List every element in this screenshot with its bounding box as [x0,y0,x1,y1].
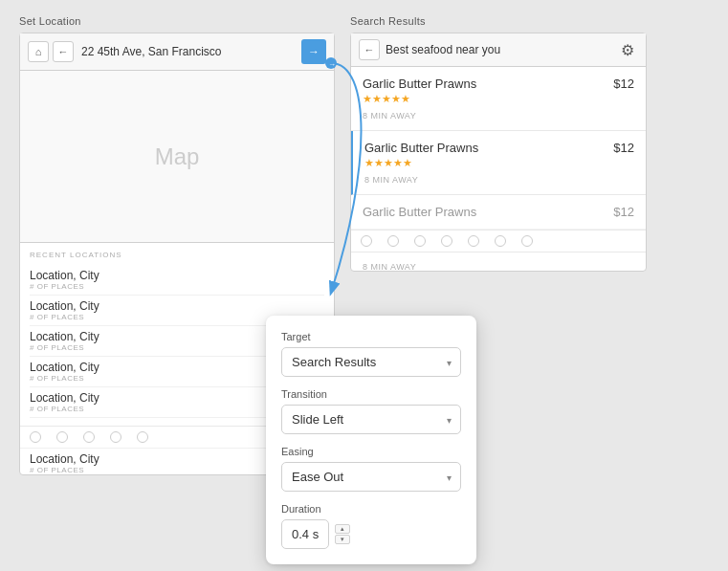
map-label: Map [155,143,200,170]
duration-label: Duration [281,503,461,515]
right-tab-dot-4[interactable] [441,235,452,247]
location-sub: # OF PLACES [30,282,324,291]
result-item-2[interactable]: Garlic Butter Prawns $12 ★★★★★ 8 MIN AWA… [351,131,646,195]
result-item-3[interactable]: Garlic Butter Prawns $12 [351,195,646,230]
result-stars-1: ★★★★★ [363,93,634,105]
filter-icon: ⚙ [621,41,634,59]
right-tab-dot-2[interactable] [387,235,399,247]
transition-select-wrapper: Slide Left Slide Right Fade Push ▾ [281,405,461,434]
home-button[interactable]: ⌂ [28,41,49,62]
tab-dot-3[interactable] [83,431,95,443]
right-panel: ← ⚙ Garlic Butter Prawns $12 ★★★★★ 8 MIN… [350,33,647,272]
result-top-1: Garlic Butter Prawns $12 [363,77,634,91]
right-tab-dot-6[interactable] [495,235,506,247]
result-distance-1: 8 MIN AWAY [363,111,634,121]
search-input[interactable] [386,43,611,56]
result-top-2: Garlic Butter Prawns $12 [364,141,634,155]
back-button[interactable]: ← [53,41,74,62]
result-name-2: Garlic Butter Prawns [364,141,478,155]
tab-dot-2[interactable] [56,431,68,443]
easing-select-wrapper: Ease Out Ease In Ease In Out Linear ▾ [281,462,461,492]
transition-label: Transition [281,388,461,400]
search-header: ← ⚙ [351,33,646,67]
tab-dot-1[interactable] [30,431,41,443]
duration-increment-button[interactable]: ▴ [335,524,350,534]
result-stars-2: ★★★★★ [364,157,634,169]
connector-arrow: → [323,54,381,302]
address-input[interactable] [77,43,298,60]
target-label: Target [281,331,461,342]
left-panel-header: ⌂ ← → [20,33,334,71]
target-select-wrapper: Search Results Set Location Map View ▾ [281,347,461,377]
result-price-3: $12 [613,205,634,219]
partial-distance: 8 MIN AWAY [351,252,646,271]
duration-field: Duration 0.4 s ▴ ▾ [281,503,461,549]
right-tab-dot-7[interactable] [521,235,533,247]
left-panel-title: Set Location [19,15,335,27]
right-panel-title: Search Results [350,15,647,27]
map-area: Map [20,71,334,243]
result-top-3: Garlic Butter Prawns $12 [363,205,634,219]
tab-dot-4[interactable] [110,431,121,443]
transition-popup: Target Search Results Set Location Map V… [266,316,476,564]
right-tab-dot-3[interactable] [414,235,426,247]
location-name: Location, City [30,269,324,282]
transition-select[interactable]: Slide Left Slide Right Fade Push [281,405,461,434]
easing-label: Easing [281,446,461,457]
result-distance-2: 8 MIN AWAY [364,175,634,185]
duration-value: 0.4 s [281,519,329,549]
partial-distance-label: 8 MIN AWAY [363,262,634,271]
easing-field: Easing Ease Out Ease In Ease In Out Line… [281,446,461,492]
list-item[interactable]: Location, City # OF PLACES [30,265,324,296]
easing-select[interactable]: Ease Out Ease In Ease In Out Linear [281,462,461,492]
result-price-2: $12 [613,141,634,155]
transition-field: Transition Slide Left Slide Right Fade P… [281,388,461,434]
filter-button[interactable]: ⚙ [617,39,638,60]
duration-row: 0.4 s ▴ ▾ [281,519,461,549]
home-icon: ⌂ [35,46,42,57]
duration-decrement-button[interactable]: ▾ [335,535,350,544]
tab-dot-5[interactable] [137,431,148,443]
back-icon: ← [58,46,69,57]
location-name: Location, City [30,299,324,313]
target-select[interactable]: Search Results Set Location Map View [281,347,461,377]
forward-icon: → [308,45,320,58]
right-tab-dot-5[interactable] [468,235,479,247]
duration-stepper: ▴ ▾ [335,524,350,544]
target-field: Target Search Results Set Location Map V… [281,331,461,377]
result-price-1: $12 [613,77,634,91]
svg-text:→: → [328,60,336,69]
right-tab-dots-row [351,230,646,252]
locations-title: RECENT LOCATIONS [30,251,324,259]
result-item-1[interactable]: Garlic Butter Prawns $12 ★★★★★ 8 MIN AWA… [351,67,646,131]
